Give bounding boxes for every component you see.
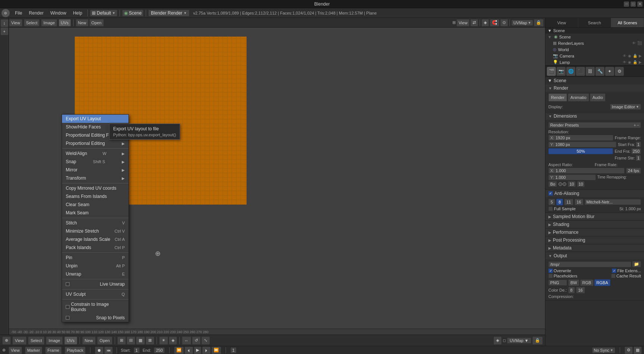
cache-checkbox[interactable]	[611, 274, 616, 278]
ctx-unwrap[interactable]: Unwrap E	[62, 270, 129, 278]
outliner-lamp[interactable]: 💡 Lamp 👁 ◉ 🔒 ▶	[545, 59, 644, 65]
meta-header[interactable]: ▶ Metadata	[545, 244, 644, 252]
proportional-btn[interactable]: ⊙	[500, 19, 508, 27]
render-tab-render[interactable]: Render	[548, 93, 567, 102]
display-1[interactable]: ☀	[159, 336, 168, 345]
file-menu[interactable]: File	[12, 10, 25, 16]
start-value-status[interactable]: 1	[134, 347, 140, 353]
rp-tab-search[interactable]: Search	[578, 18, 611, 27]
uvmap-bottom-selector[interactable]: UVMap ▼	[507, 338, 531, 344]
display-selector[interactable]: Image Editor ▼	[610, 104, 641, 110]
window-menu[interactable]: Window	[47, 10, 69, 16]
file-ext-checkbox[interactable]: ✓	[612, 268, 616, 273]
overwrite-checkbox[interactable]: ✓	[548, 268, 553, 273]
left-tool-2[interactable]: +	[1, 28, 8, 35]
rotate-btn[interactable]: ↺	[192, 336, 201, 345]
step-back-btn[interactable]: ⏴	[185, 347, 193, 354]
minimize-btn[interactable]: ─	[624, 1, 629, 7]
current-frame-input[interactable]: 1	[230, 347, 236, 353]
output-browse-btn[interactable]: 📁	[632, 261, 641, 267]
ctx-clear-seam[interactable]: Clear Seam	[62, 201, 129, 209]
outliner-camera[interactable]: 📷 Camera 👁 ◉ 🔒 ▶	[545, 53, 644, 59]
status-marker-btn[interactable]: Marker	[25, 347, 42, 354]
bo-radio-1[interactable]	[558, 182, 562, 186]
ctx-min-stretch[interactable]: Minimize Stretch Ctrl V	[62, 227, 129, 235]
bw-btn[interactable]: BW	[568, 279, 579, 286]
ctx-snap-pixels[interactable]: Snap to Pixels	[62, 314, 129, 322]
pp-header[interactable]: ▶ Post Processing	[545, 236, 644, 244]
pivot-btn[interactable]: ◈	[482, 19, 489, 27]
ctx-mirror[interactable]: Mirror ▶	[62, 166, 129, 174]
perf-header[interactable]: ▶ Performance	[545, 229, 644, 236]
view-mode-1[interactable]: ⊞	[117, 336, 126, 345]
view-mode-3[interactable]: ▦	[136, 336, 145, 345]
image-menu-btn[interactable]: Image	[41, 19, 57, 27]
aspect-y-input[interactable]: Y: 1.000	[548, 174, 596, 180]
ctx-export-uv-layout[interactable]: Export UV Layout	[62, 115, 129, 123]
aa-8-btn[interactable]: 8	[556, 199, 563, 205]
remap-old-input[interactable]: 10	[568, 181, 575, 187]
scale-btn[interactable]: ⤡	[201, 336, 210, 345]
image-btn-bottom[interactable]: Image	[46, 336, 63, 345]
scene-selector[interactable]: ◉ Scene	[122, 10, 143, 16]
ctx-uv-sculpt[interactable]: UV Sculpt Q	[62, 290, 129, 298]
ctx-stitch[interactable]: Stitch V	[62, 219, 129, 227]
uvs-btn-bottom[interactable]: UVs	[64, 336, 77, 345]
ctx-weld-align[interactable]: Weld/Align W ▶	[62, 149, 129, 158]
ctx-mark-seam[interactable]: Mark Seam	[62, 209, 129, 217]
view-mode-2[interactable]: ⊟	[127, 336, 135, 345]
percent-input[interactable]: 50%	[548, 148, 613, 154]
ctx-live-unwrap[interactable]: Live Unwrap	[62, 280, 129, 288]
props-constraint-icon[interactable]: ⛓	[586, 67, 595, 76]
view-mode-4[interactable]: ⊠	[146, 336, 154, 345]
props-physics-icon[interactable]: ⚙	[615, 67, 624, 76]
render-section-header[interactable]: ▼ Render	[545, 84, 644, 92]
open-btn[interactable]: Open	[89, 19, 104, 27]
lock-bottom-btn[interactable]: 🔒	[532, 336, 543, 345]
left-tool-1[interactable]: ↕	[1, 19, 8, 27]
play-fwd-btn[interactable]: ⏩	[211, 347, 221, 354]
status-frame-btn[interactable]: Frame	[45, 347, 62, 354]
rp-tab-all-scenes[interactable]: All Scenes	[611, 18, 644, 27]
render-tab-audio[interactable]: Audio	[590, 93, 606, 102]
end-value-status[interactable]: 250	[154, 347, 164, 353]
status-editor-icon[interactable]: ⊕	[2, 348, 6, 353]
editor-mode-btn[interactable]: ⊕	[2, 336, 11, 345]
ctx-unpin[interactable]: Unpin Alt P	[62, 262, 129, 270]
open-btn-bottom[interactable]: Open	[97, 336, 112, 345]
help-menu[interactable]: Help	[70, 10, 85, 16]
output-path-input[interactable]: /tmp/	[548, 261, 631, 267]
uvmap-selector[interactable]: UVMap ▼	[511, 20, 533, 26]
view-btn2[interactable]: View	[456, 19, 470, 27]
grab-btn[interactable]: ↔	[182, 336, 191, 345]
res-x-input[interactable]: X: 1920 px	[548, 135, 613, 141]
status-view-btn[interactable]: View	[9, 347, 22, 354]
ctx-avg-islands[interactable]: Average Islands Scale Ctrl A	[62, 235, 129, 243]
ctx-copy-mirrored[interactable]: Copy Mirrored UV coords	[62, 184, 129, 192]
frame-step-back-btn[interactable]: ⏮	[104, 347, 113, 354]
aa-11-btn[interactable]: 11	[564, 199, 573, 205]
sync-selector[interactable]: No Sync ▼	[592, 347, 616, 353]
start-fra-input[interactable]: 1	[636, 142, 641, 148]
format-selector[interactable]: PNG	[548, 280, 567, 286]
sync-btn[interactable]: ⇄	[470, 19, 478, 27]
aa-filter-selector[interactable]: Mitchell-Netr...	[585, 199, 641, 205]
aspect-x-input[interactable]: X: 1.000	[548, 168, 625, 174]
bo-input[interactable]: Bo	[548, 181, 557, 187]
ctx-constrain-image[interactable]: Constrain to Image Bounds	[62, 300, 129, 314]
end-fra-input[interactable]: 250	[631, 148, 641, 154]
play-back-btn[interactable]: ⏪	[174, 347, 184, 354]
play-btn[interactable]: ▶	[194, 347, 201, 354]
pivot-bottom[interactable]: ◈	[493, 336, 502, 345]
maximize-btn[interactable]: □	[631, 1, 636, 7]
color-depth-16-btn[interactable]: 16	[576, 287, 585, 294]
select-menu-btn[interactable]: Select	[24, 19, 40, 27]
shading-header[interactable]: ▶ Shading	[545, 221, 644, 228]
props-particle-icon[interactable]: ✦	[605, 67, 614, 76]
rgba-btn[interactable]: RGBA	[594, 279, 610, 286]
bo-radio-2[interactable]	[563, 182, 566, 186]
aa-16-btn[interactable]: 16	[575, 199, 583, 205]
outliner-world[interactable]: ◎ World	[545, 46, 644, 53]
render-menu[interactable]: Render	[26, 10, 46, 16]
ctx-prop-editing[interactable]: Proportional Editing ▶	[62, 139, 129, 148]
